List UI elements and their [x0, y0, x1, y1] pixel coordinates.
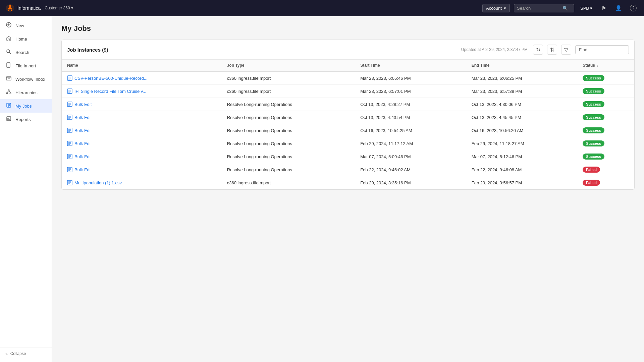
user-icon-btn[interactable]: 👤: [613, 3, 624, 13]
sidebar-collapse-btn[interactable]: « Collapse: [0, 348, 52, 359]
sidebar-item-workflow-inbox[interactable]: Workflow Inbox: [0, 72, 52, 86]
cell-end-time-0: Mar 23, 2023, 6:06:25 PM: [466, 71, 578, 85]
status-badge-8: Failed: [583, 180, 600, 186]
global-search-box[interactable]: 🔍: [514, 4, 574, 12]
cell-job-type-1: c360.ingress.fileImport: [222, 85, 355, 98]
filter-icon: ▽: [564, 47, 568, 53]
sidebar-item-search[interactable]: Search: [0, 46, 52, 59]
job-row-icon-7: [67, 167, 72, 172]
account-label: Account: [486, 6, 502, 11]
cell-status-5: Success: [577, 137, 634, 150]
page-title: My Jobs: [61, 24, 635, 33]
collapse-arrows-icon: «: [5, 351, 8, 356]
cell-status-0: Success: [577, 71, 634, 85]
sidebar-icon-file-import: [5, 62, 12, 69]
job-link-3[interactable]: Bulk Edit: [67, 115, 216, 120]
cell-start-time-2: Oct 13, 2023, 4:28:27 PM: [355, 98, 466, 111]
cell-job-type-0: c360.ingress.fileImport: [222, 71, 355, 85]
sidebar-item-new[interactable]: New: [0, 19, 52, 32]
job-row-icon-2: [67, 102, 72, 107]
job-link-1[interactable]: IFI Single Record File Tom Cruise v...: [67, 88, 216, 94]
job-instances-panel: Job Instances (9) Updated at Apr 29, 202…: [61, 40, 635, 190]
sort-icon: ⇅: [550, 47, 554, 53]
col-start-time[interactable]: Start Time: [355, 60, 466, 71]
table-row: Bulk Edit Resolve Long-running Operation…: [62, 124, 634, 137]
global-search-input[interactable]: [517, 6, 560, 11]
cell-status-8: Failed: [577, 176, 634, 189]
informatica-logo-icon: [5, 3, 15, 13]
job-link-4[interactable]: Bulk Edit: [67, 128, 216, 133]
status-badge-1: Success: [583, 88, 604, 94]
cell-end-time-4: Oct 16, 2023, 10:56:20 AM: [466, 124, 578, 137]
filter-btn[interactable]: ▽: [561, 45, 571, 55]
col-job-type[interactable]: Job Type: [222, 60, 355, 71]
sidebar-icon-home: [5, 36, 12, 42]
cell-start-time-7: Feb 22, 2024, 9:46:02 AM: [355, 163, 466, 176]
job-link-8[interactable]: Multipopulation (1) 1.csv: [67, 180, 216, 185]
sidebar-item-hierarchies[interactable]: Hierarchies: [0, 86, 52, 99]
svg-line-14: [7, 91, 9, 93]
sidebar-icon-new: [5, 22, 12, 29]
sidebar-label-home: Home: [15, 37, 27, 42]
sidebar-label-hierarchies: Hierarchies: [15, 90, 38, 95]
table-row: Multipopulation (1) 1.csv c360.ingress.f…: [62, 176, 634, 189]
sidebar-label-reports: Reports: [15, 117, 31, 122]
cell-name-6: Bulk Edit: [62, 150, 222, 163]
cell-job-type-7: Resolve Long-running Operations: [222, 163, 355, 176]
search-icon: 🔍: [562, 6, 568, 11]
cell-end-time-1: Mar 23, 2023, 6:57:38 PM: [466, 85, 578, 98]
cell-job-type-2: Resolve Long-running Operations: [222, 98, 355, 111]
table-row: Bulk Edit Resolve Long-running Operation…: [62, 98, 634, 111]
cell-end-time-5: Feb 29, 2024, 11:18:27 AM: [466, 137, 578, 150]
cell-name-2: Bulk Edit: [62, 98, 222, 111]
sidebar-item-reports[interactable]: Reports: [0, 113, 52, 126]
job-link-0[interactable]: CSV-PersonBE-500-Unique-Record...: [67, 75, 216, 81]
sidebar-item-my-jobs[interactable]: My Jobs: [0, 99, 52, 113]
help-icon-btn[interactable]: ?: [628, 3, 639, 13]
cell-status-4: Success: [577, 124, 634, 137]
job-link-6[interactable]: Bulk Edit: [67, 154, 216, 159]
sort-btn[interactable]: ⇅: [547, 45, 557, 55]
table-row: CSV-PersonBE-500-Unique-Record... c360.i…: [62, 71, 634, 85]
cell-name-0: CSV-PersonBE-500-Unique-Record...: [62, 71, 222, 85]
status-badge-6: Success: [583, 154, 604, 160]
account-chevron-icon: ▾: [504, 6, 506, 11]
cell-start-time-0: Mar 23, 2023, 6:05:46 PM: [355, 71, 466, 85]
status-badge-0: Success: [583, 75, 604, 81]
customer-badge[interactable]: Customer 360 ▾: [45, 6, 73, 10]
cell-end-time-8: Feb 29, 2024, 3:56:57 PM: [466, 176, 578, 189]
sidebar-label-workflow-inbox: Workflow Inbox: [15, 77, 45, 82]
cell-name-1: IFI Single Record File Tom Cruise v...: [62, 85, 222, 98]
sidebar-icon-my-jobs: [5, 103, 12, 109]
sidebar-item-file-import[interactable]: File Import: [0, 59, 52, 72]
cell-status-7: Failed: [577, 163, 634, 176]
status-sort-arrow: ↓: [597, 64, 598, 67]
spb-label: SPB: [580, 6, 589, 11]
job-row-icon-6: [67, 154, 72, 159]
main-content: My Jobs Job Instances (9) Updated at Apr…: [52, 16, 644, 362]
jobs-table-body: CSV-PersonBE-500-Unique-Record... c360.i…: [62, 71, 634, 189]
sidebar-item-home[interactable]: Home: [0, 32, 52, 46]
account-dropdown[interactable]: Account ▾: [482, 4, 510, 12]
spb-menu[interactable]: SPB ▾: [578, 4, 594, 12]
col-name[interactable]: Name: [62, 60, 222, 71]
find-input[interactable]: [575, 45, 629, 54]
refresh-btn[interactable]: ↻: [533, 45, 543, 55]
status-badge-5: Success: [583, 140, 604, 146]
cell-start-time-5: Feb 29, 2024, 11:17:12 AM: [355, 137, 466, 150]
col-end-time[interactable]: End Time: [466, 60, 578, 71]
col-status[interactable]: Status ↓: [577, 60, 634, 71]
cell-name-4: Bulk Edit: [62, 124, 222, 137]
job-link-5[interactable]: Bulk Edit: [67, 141, 216, 146]
cell-start-time-1: Mar 23, 2023, 6:57:01 PM: [355, 85, 466, 98]
cell-start-time-4: Oct 16, 2023, 10:54:25 AM: [355, 124, 466, 137]
job-row-icon-8: [67, 180, 72, 185]
job-link-2[interactable]: Bulk Edit: [67, 102, 216, 107]
svg-rect-10: [6, 77, 11, 80]
flag-icon-btn[interactable]: ⚑: [598, 3, 609, 13]
cell-job-type-5: Resolve Long-running Operations: [222, 137, 355, 150]
panel-header: Job Instances (9) Updated at Apr 29, 202…: [62, 40, 634, 60]
table-row: Bulk Edit Resolve Long-running Operation…: [62, 163, 634, 176]
job-link-7[interactable]: Bulk Edit: [67, 167, 216, 172]
app-logo: Informatica: [5, 3, 41, 13]
